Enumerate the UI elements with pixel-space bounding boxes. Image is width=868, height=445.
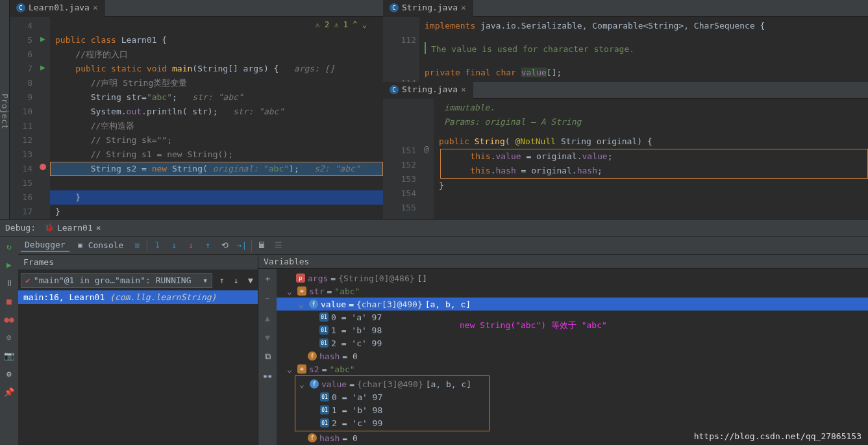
expand-icon[interactable]: ⌄	[299, 299, 306, 309]
filter-icon[interactable]: ▼	[243, 273, 258, 288]
debug-toolwindow-header: Debug: 🐞Learn01×	[0, 220, 868, 236]
debug-icon: 🐞	[45, 223, 54, 233]
field-badge-icon: f	[308, 433, 317, 442]
var-str-hash[interactable]: fhash = 0	[277, 350, 868, 362]
code-area[interactable]: implements java.io.Serializable, Compara…	[419, 17, 868, 82]
var-index[interactable]: 012 = 'c' 99	[295, 416, 489, 429]
var-index[interactable]: 012 = 'c' 99	[277, 337, 868, 350]
debugger-tab[interactable]: Debugger	[21, 238, 69, 252]
var-s2-value[interactable]: ⌄fvalue = {char[3]@490} [a, b, c]	[295, 377, 489, 390]
line-numbers: 4567891011121314151617	[10, 17, 36, 219]
java-class-icon: C	[16, 3, 25, 12]
mute-breakpoints-icon[interactable]: ⊘	[2, 330, 16, 344]
gutter-marks[interactable]: @	[419, 99, 434, 219]
breakpoint-icon[interactable]	[40, 164, 46, 170]
view-breakpoints-icon[interactable]: ●●	[2, 312, 16, 326]
var-args[interactable]: pargs = {String[0]@486} []	[277, 272, 868, 285]
variables-title: Variables	[264, 257, 309, 266]
drop-frame-icon[interactable]: ⟲	[217, 238, 232, 253]
step-out-icon[interactable]: ↑	[201, 238, 215, 253]
pause-icon[interactable]: ⏸	[2, 275, 16, 290]
close-icon[interactable]: ×	[461, 84, 466, 94]
rerun-icon[interactable]: ↻	[2, 239, 16, 253]
expand-icon[interactable]: ⌄	[287, 364, 295, 374]
settings-icon[interactable]: ⚙	[2, 366, 16, 381]
field-badge-icon: f	[308, 351, 317, 361]
project-label: Project	[0, 94, 10, 129]
java-class-icon: C	[390, 85, 399, 94]
code-area[interactable]: ⚠ 2 ⚠ 1 ^ ⌄ public class Learn01 { //程序的…	[50, 17, 383, 219]
index-badge-icon: 01	[320, 418, 329, 427]
field-badge-icon: f	[309, 299, 318, 309]
run-icon[interactable]: ▶	[40, 34, 45, 44]
var-str-value[interactable]: ⌄fvalue = {char[3]@490} [a, b, c]	[277, 298, 868, 311]
debug-toolbar: Debugger ▣Console ≡ ⤵ ↓ ↓ ↑ ⟲ →| 🖩 ☰	[18, 236, 868, 255]
prev-frame-icon[interactable]: ↑	[215, 273, 229, 288]
field-badge-icon: f	[310, 379, 319, 388]
index-badge-icon: 01	[319, 325, 329, 335]
remove-watch-icon[interactable]: −	[260, 291, 275, 305]
chevron-down-icon[interactable]: ▾	[203, 275, 208, 285]
close-icon[interactable]: ×	[93, 3, 98, 12]
stop-icon[interactable]: ■	[2, 294, 16, 308]
run-to-cursor-icon[interactable]: →|	[234, 238, 249, 253]
tab-label: Learn01.java	[29, 3, 90, 12]
code-area[interactable]: immutable. Params: original – A String p…	[434, 99, 868, 219]
index-badge-icon: 01	[319, 338, 329, 348]
line-numbers: 151152153154155	[383, 99, 419, 219]
object-badge-icon: ≡	[297, 364, 306, 374]
line-numbers: 112114115	[383, 17, 419, 82]
gutter-marks[interactable]: ▶▶	[36, 17, 50, 219]
problems-badge[interactable]: ⚠ 2 ⚠ 1 ^ ⌄	[316, 20, 367, 29]
var-s2[interactable]: ⌄≡s2 = "abc"	[277, 362, 868, 375]
run-icon[interactable]: ▶	[40, 62, 45, 72]
frames-title: Frames	[23, 257, 54, 267]
vars-toolbar: ＋ − ▲ ▼ ⧉ 👓	[258, 269, 277, 445]
var-index[interactable]: 011 = 'b' 98	[295, 403, 489, 416]
down-icon[interactable]: ▼	[260, 330, 275, 344]
expand-icon[interactable]: ⌄	[287, 286, 295, 296]
index-badge-icon: 01	[320, 392, 329, 401]
debug-session-tab[interactable]: 🐞Learn01×	[41, 222, 105, 234]
debug-side-toolbar: ↻ ▶ ⏸ ■ ●● ⊘ 📷 ⚙ 📌	[0, 236, 18, 445]
close-icon[interactable]: ×	[461, 3, 466, 12]
tab-string-bottom[interactable]: CString.java×	[383, 82, 473, 99]
java-class-icon: C	[390, 3, 399, 12]
debug-title: Debug:	[5, 223, 36, 233]
var-s2-hash[interactable]: fhash = 0	[277, 431, 868, 444]
project-tool-window-stripe[interactable]: Project	[0, 0, 10, 219]
add-watch-icon[interactable]: ＋	[260, 272, 275, 286]
camera-icon[interactable]: 📷	[2, 348, 16, 362]
close-icon[interactable]: ×	[96, 223, 101, 233]
variables-tree[interactable]: pargs = {String[0]@486} [] ⌄≡str = "abc"…	[277, 269, 868, 445]
tab-string-top[interactable]: CString.java×	[383, 0, 473, 17]
evaluate-icon[interactable]: 🖩	[254, 238, 269, 253]
tab-learn01[interactable]: C Learn01.java ×	[10, 0, 105, 17]
step-over-icon[interactable]: ⤵	[150, 238, 164, 253]
console-tab[interactable]: ▣Console	[72, 239, 128, 251]
up-icon[interactable]: ▲	[260, 311, 275, 325]
step-into-icon[interactable]: ↓	[167, 238, 181, 253]
expand-icon[interactable]: ⌄	[299, 379, 307, 389]
param-badge-icon: p	[296, 273, 305, 283]
trace-icon[interactable]: ☰	[271, 238, 286, 253]
var-str[interactable]: ⌄≡str = "abc"	[277, 285, 868, 298]
annotation-text: new String("abc") 等效于 "abc"	[460, 320, 607, 331]
stack-frame[interactable]: main:16, Learn01 (com.llg.learnString)	[18, 290, 258, 304]
copy-icon[interactable]: ⧉	[260, 350, 275, 364]
console-icon: ▣	[76, 241, 85, 250]
pin-icon[interactable]: 📌	[2, 385, 16, 399]
glasses-icon[interactable]: 👓	[260, 369, 275, 383]
threads-icon[interactable]: ≡	[130, 238, 144, 253]
object-badge-icon: ≡	[297, 286, 306, 296]
thread-selector[interactable]: ✔ "main"@1 in gro…"main": RUNNING ▾	[21, 273, 212, 288]
next-frame-icon[interactable]: ↓	[229, 273, 243, 288]
index-badge-icon: 01	[320, 405, 329, 414]
var-index[interactable]: 010 = 'a' 97	[295, 390, 489, 403]
resume-icon[interactable]: ▶	[2, 257, 16, 272]
force-step-into-icon[interactable]: ↓	[184, 238, 198, 253]
check-icon: ✔	[25, 275, 31, 285]
index-badge-icon: 01	[319, 312, 329, 322]
